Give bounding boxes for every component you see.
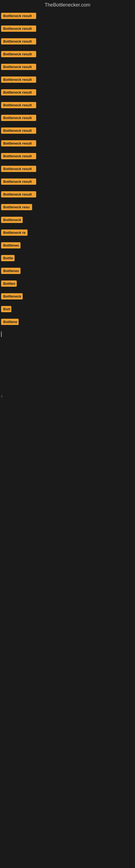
list-item: Bottleneck result xyxy=(1,115,134,121)
bottleneck-badge: Bottlenec xyxy=(1,268,20,274)
bottleneck-badge: Bottleneck result xyxy=(1,102,36,108)
bottleneck-badge: Bottle xyxy=(1,255,14,261)
bottleneck-badge: Bottleneck result xyxy=(1,13,36,19)
bottleneck-badge: Bottleneck result xyxy=(1,140,36,147)
list-item: Bottlenec xyxy=(1,242,134,248)
bottleneck-badge: Bottleneck result xyxy=(1,127,36,134)
site-title: TheBottlenecker.com xyxy=(0,0,135,11)
bottleneck-badge: Bottleneck result xyxy=(1,166,36,172)
bottleneck-badge: Bottlene xyxy=(1,319,18,325)
bottleneck-badge: Bott xyxy=(1,306,11,312)
bottleneck-badge: Bottlenec xyxy=(1,242,20,248)
small-char: c xyxy=(1,394,134,398)
bottleneck-badge: Bottleneck result xyxy=(1,26,36,32)
list-item: Bottleneck result xyxy=(1,127,134,134)
list-item: Bottlene xyxy=(1,319,134,325)
bottleneck-badge: Bottlen xyxy=(1,280,17,287)
list-item: Bottleneck result xyxy=(1,76,134,83)
bottleneck-badge: Bottleneck result xyxy=(1,51,36,57)
list-item: Bottleneck result xyxy=(1,13,134,19)
bottleneck-badge: Bottleneck result xyxy=(1,115,36,121)
list-item: Bottleneck result xyxy=(1,102,134,108)
bottleneck-badge: Bottleneck result xyxy=(1,38,36,44)
bottleneck-badge: Bottleneck xyxy=(1,293,23,300)
bottleneck-badge: Bottleneck result xyxy=(1,153,36,159)
bottleneck-badge: Bottleneck re xyxy=(1,229,28,236)
list-item: Bottlen xyxy=(1,280,134,287)
list-item: Bottleneck xyxy=(1,217,134,223)
list-item: Bottleneck result xyxy=(1,51,134,57)
bottleneck-badge: Bottleneck result xyxy=(1,64,36,70)
list-item: Bottleneck result xyxy=(1,89,134,95)
list-item: Bottleneck xyxy=(1,293,134,300)
list-item: Bottleneck result xyxy=(1,153,134,159)
list-item: Bottleneck result xyxy=(1,191,134,197)
bottleneck-badge: Bottleneck result xyxy=(1,76,36,83)
list-item: Bottleneck result xyxy=(1,26,134,32)
list-item: Bottleneck result xyxy=(1,38,134,44)
bottleneck-badge: Bottleneck resu xyxy=(1,204,32,210)
list-item: Bottle xyxy=(1,255,134,261)
list-item: Bottleneck result xyxy=(1,140,134,147)
bottleneck-badge: Bottleneck result xyxy=(1,89,36,95)
list-item: Bottleneck result xyxy=(1,166,134,172)
list-item: Bottleneck re xyxy=(1,229,134,236)
list-item: Bottleneck resu xyxy=(1,204,134,210)
list-item: Bottleneck result xyxy=(1,64,134,70)
list-item: Bottlenec xyxy=(1,268,134,274)
cursor-indicator xyxy=(1,332,2,337)
bottleneck-badge: Bottleneck result xyxy=(1,191,36,197)
list-item: Bottleneck result xyxy=(1,179,134,185)
bottleneck-badge: Bottleneck xyxy=(1,217,23,223)
bottleneck-badge: Bottleneck result xyxy=(1,179,36,185)
list-item: Bott xyxy=(1,306,134,312)
